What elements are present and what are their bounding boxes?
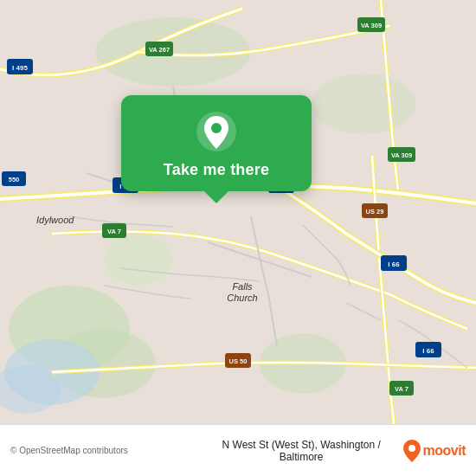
svg-point-5 xyxy=(104,234,173,286)
svg-text:VA 7: VA 7 xyxy=(395,385,408,393)
svg-text:I 66: I 66 xyxy=(422,347,434,355)
moovit-label: moovit xyxy=(423,443,466,459)
svg-text:VA 309: VA 309 xyxy=(361,22,382,29)
svg-text:Idylwood: Idylwood xyxy=(36,215,74,225)
bottom-bar: © OpenStreetMap contributors N West St (… xyxy=(0,424,476,476)
svg-point-41 xyxy=(408,445,415,452)
svg-text:US 50: US 50 xyxy=(229,357,248,365)
take-me-there-button-label: Take me there xyxy=(164,161,269,179)
popup-card[interactable]: Take me there xyxy=(121,95,312,191)
map-background: I 495 VA 267 VA 309 VA 309 I 66 I 66 I 6… xyxy=(0,0,476,424)
svg-text:Church: Church xyxy=(227,293,257,303)
svg-text:US 29: US 29 xyxy=(366,208,384,215)
svg-point-4 xyxy=(312,74,415,134)
svg-point-40 xyxy=(211,123,222,133)
svg-text:I 66: I 66 xyxy=(388,261,400,268)
address-text: N West St (West St), Washington / Baltim… xyxy=(200,439,403,463)
svg-text:VA 7: VA 7 xyxy=(107,228,121,235)
moovit-pin-icon xyxy=(403,440,421,462)
moovit-logo: moovit xyxy=(403,440,466,462)
svg-text:I 495: I 495 xyxy=(12,64,28,72)
svg-text:550: 550 xyxy=(9,176,20,183)
svg-text:Falls: Falls xyxy=(232,281,253,292)
copyright-text: © OpenStreetMap contributors xyxy=(10,446,200,455)
location-pin-icon xyxy=(196,111,237,152)
svg-text:VA 309: VA 309 xyxy=(391,151,412,159)
map-container: I 495 VA 267 VA 309 VA 309 I 66 I 66 I 6… xyxy=(0,0,476,424)
svg-text:VA 267: VA 267 xyxy=(149,46,170,54)
